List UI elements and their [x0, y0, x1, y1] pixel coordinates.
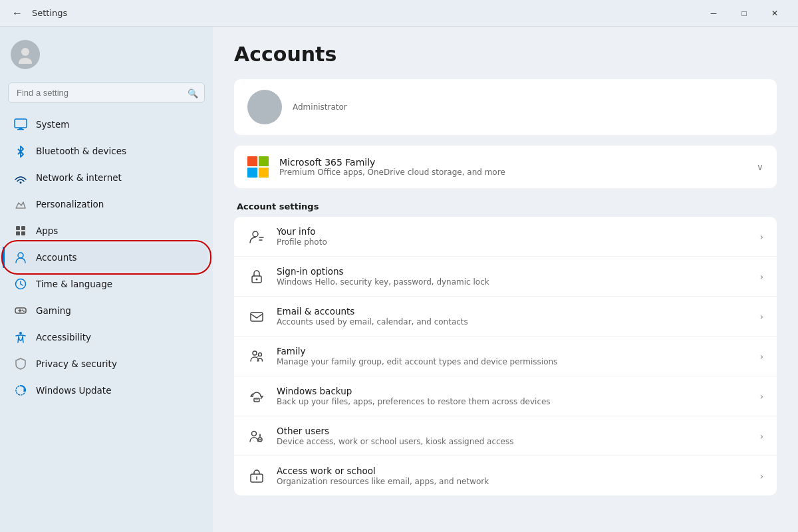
profile-card: Administrator	[234, 79, 777, 135]
sidebar-item-personalization[interactable]: Personalization	[5, 191, 207, 217]
sidebar-item-label: Apps	[36, 225, 58, 236]
ms365-title: Microsoft 365 Family	[279, 157, 746, 168]
svg-point-17	[260, 99, 269, 108]
windows-backup-text: Windows backup Back up your files, apps,…	[277, 386, 749, 406]
system-icon	[13, 117, 28, 132]
titlebar: ← Settings ─ □ ✕	[0, 0, 798, 27]
window-controls: ─ □ ✕	[698, 0, 790, 27]
apps-icon	[13, 223, 28, 238]
your-info-icon	[247, 227, 266, 246]
settings-item-signin-options[interactable]: Sign-in options Windows Hello, security …	[234, 257, 777, 297]
other-users-icon	[247, 427, 266, 446]
signin-options-text: Sign-in options Windows Hello, security …	[277, 266, 749, 287]
sidebar-item-time[interactable]: Time & language	[5, 271, 207, 297]
email-accounts-title: Email & accounts	[277, 306, 749, 317]
sidebar-item-label: Bluetooth & devices	[36, 146, 126, 156]
gaming-icon	[13, 303, 28, 318]
access-work-title: Access work or school	[277, 466, 749, 476]
privacy-icon	[13, 356, 28, 371]
sidebar-item-label: Time & language	[36, 279, 112, 289]
access-work-text: Access work or school Organization resou…	[277, 466, 749, 486]
settings-item-email-accounts[interactable]: Email & accounts Accounts used by email,…	[234, 297, 777, 336]
sidebar-item-label: Personalization	[36, 199, 104, 209]
close-button[interactable]: ✕	[759, 0, 790, 27]
update-icon	[13, 383, 28, 398]
windows-backup-title: Windows backup	[277, 386, 749, 396]
your-info-chevron: ›	[759, 231, 763, 242]
svg-point-23	[256, 278, 258, 280]
family-subtitle: Manage your family group, edit account t…	[277, 357, 749, 366]
maximize-button[interactable]: □	[729, 0, 759, 27]
sidebar-item-update[interactable]: Windows Update	[5, 377, 207, 404]
accounts-icon	[13, 250, 28, 265]
svg-rect-9	[21, 231, 25, 235]
svg-point-18	[256, 110, 273, 118]
sidebar-item-privacy[interactable]: Privacy & security	[5, 350, 207, 377]
sidebar-item-label: System	[36, 119, 69, 130]
svg-point-15	[19, 332, 22, 334]
ms365-card[interactable]: Microsoft 365 Family Premium Office apps…	[234, 146, 777, 188]
svg-point-1	[19, 58, 32, 64]
svg-point-10	[18, 253, 23, 258]
accessibility-icon	[13, 330, 28, 344]
svg-point-5	[20, 182, 22, 184]
ms365-info: Microsoft 365 Family Premium Office apps…	[279, 157, 746, 177]
app-body: 🔍 System Bluetooth & devices Network & i…	[0, 27, 798, 532]
sidebar-item-label: Gaming	[36, 305, 71, 316]
other-users-title: Other users	[277, 426, 749, 436]
windows-backup-chevron: ›	[759, 391, 763, 402]
profile-role: Administrator	[293, 102, 763, 112]
svg-point-25	[253, 351, 257, 355]
settings-item-other-users[interactable]: Other users Device access, work or schoo…	[234, 416, 777, 456]
time-icon	[13, 277, 28, 291]
sidebar-item-label: Accessibility	[36, 332, 91, 342]
access-work-subtitle: Organization resources like email, apps,…	[277, 477, 749, 486]
ms365-icon	[247, 156, 269, 178]
signin-options-chevron: ›	[759, 271, 763, 282]
windows-backup-icon	[247, 387, 266, 406]
sidebar-profile	[0, 32, 213, 80]
sidebar-item-system[interactable]: System	[5, 111, 207, 138]
signin-options-icon	[247, 267, 266, 286]
sidebar-item-accounts[interactable]: Accounts	[5, 244, 207, 271]
svg-rect-4	[17, 129, 24, 130]
other-users-text: Other users Device access, work or schoo…	[277, 426, 749, 446]
settings-list: Your info Profile photo › Sign-in option…	[234, 217, 777, 495]
bluetooth-icon	[13, 144, 28, 158]
search-container: 🔍	[8, 82, 205, 103]
sidebar-item-bluetooth[interactable]: Bluetooth & devices	[5, 138, 207, 164]
sidebar-item-label: Privacy & security	[36, 358, 117, 369]
sidebar-item-gaming[interactable]: Gaming	[5, 297, 207, 324]
your-info-text: Your info Profile photo	[277, 226, 749, 247]
email-accounts-text: Email & accounts Accounts used by email,…	[277, 306, 749, 327]
minimize-button[interactable]: ─	[698, 0, 729, 27]
sidebar-item-accessibility[interactable]: Accessibility	[5, 324, 207, 350]
page-title: Accounts	[234, 43, 777, 66]
svg-point-13	[22, 310, 23, 311]
svg-rect-7	[21, 226, 25, 230]
sidebar-item-label: Windows Update	[36, 385, 111, 396]
settings-item-family[interactable]: Family Manage your family group, edit ac…	[234, 336, 777, 376]
email-accounts-subtitle: Accounts used by email, calendar, and co…	[277, 317, 749, 327]
sidebar-item-network[interactable]: Network & internet	[5, 164, 207, 191]
email-accounts-icon	[247, 307, 266, 326]
back-button[interactable]: ←	[8, 4, 27, 23]
svg-point-14	[23, 311, 25, 312]
family-chevron: ›	[759, 351, 763, 362]
profile-info: Administrator	[293, 102, 763, 112]
settings-item-windows-backup[interactable]: Windows backup Back up your files, apps,…	[234, 376, 777, 416]
search-input[interactable]	[8, 82, 205, 103]
other-users-subtitle: Device access, work or school users, kio…	[277, 437, 749, 446]
app-title: Settings	[32, 8, 67, 18]
sidebar-item-apps[interactable]: Apps	[5, 217, 207, 244]
access-work-chevron: ›	[759, 471, 763, 481]
settings-item-your-info[interactable]: Your info Profile photo ›	[234, 217, 777, 257]
settings-item-access-work[interactable]: Access work or school Organization resou…	[234, 456, 777, 495]
svg-rect-6	[16, 226, 20, 230]
sidebar-nav: System Bluetooth & devices Network & int…	[0, 111, 213, 532]
sidebar: 🔍 System Bluetooth & devices Network & i…	[0, 27, 213, 532]
your-info-title: Your info	[277, 226, 749, 237]
svg-point-0	[21, 48, 29, 56]
account-settings-header: Account settings	[234, 201, 777, 211]
family-title: Family	[277, 346, 749, 356]
